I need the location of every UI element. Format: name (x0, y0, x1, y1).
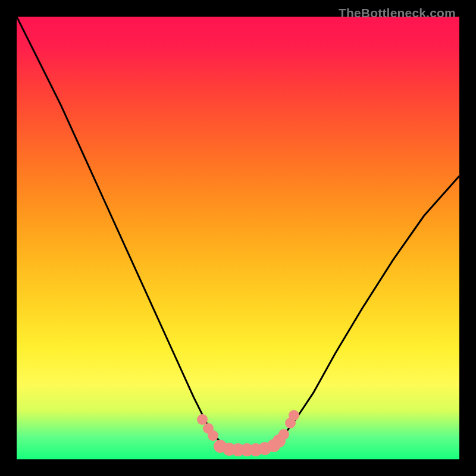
attribution-text: TheBottleneck.com (339, 6, 456, 20)
valley-marker (208, 430, 218, 441)
bottleneck-curve (17, 17, 459, 459)
valley-marker (278, 429, 289, 440)
valley-marker (289, 410, 299, 421)
